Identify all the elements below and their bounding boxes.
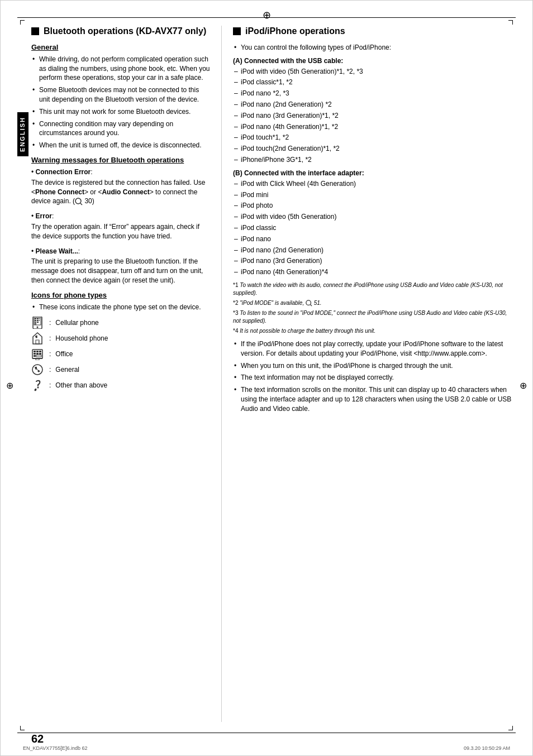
english-label: ENGLISH <box>17 112 28 156</box>
page-number: 62 <box>31 733 44 745</box>
bullet-dot-2: • <box>31 212 36 220</box>
bluetooth-section-heading: Bluetooth operations (KD-AVX77 only) <box>31 26 210 37</box>
svg-rect-18 <box>34 351 36 352</box>
svg-marker-14 <box>33 333 42 344</box>
error-title: Error <box>36 212 52 220</box>
footer-date: 09.3.20 10:50:29 AM <box>464 745 510 751</box>
iface-item-0: iPod with Click Wheel (4th Generation) <box>233 179 513 189</box>
black-square-icon <box>31 27 39 35</box>
svg-point-13 <box>37 326 39 328</box>
phone-icon-row-household: : Household phone <box>31 332 210 344</box>
svg-rect-19 <box>36 351 39 352</box>
ipod-intro-list: You can control the following types of i… <box>233 43 513 52</box>
general-bullet-4: Connecting condition may vary depending … <box>31 119 210 138</box>
icons-heading: Icons for phone types <box>31 291 210 299</box>
footnote-3: *3 To listen to the sound in "iPod MODE,… <box>233 309 513 325</box>
iface-item-3: iPod with video (5th Generation) <box>233 212 513 222</box>
ipod-intro-item: You can control the following types of i… <box>233 43 513 52</box>
left-compass-icon: ⊕ <box>6 380 13 391</box>
household-label: Household phone <box>55 334 108 342</box>
footer-info: EN_KDAVX7755[E]6.indb 62 09.3.20 10:50:2… <box>23 745 510 751</box>
iface-item-7: iPod nano (3rd Generation) <box>233 256 513 266</box>
warning-please-wait: • Please Wait...: The unit is preparing … <box>31 247 210 285</box>
warning-connection-error: • Connection Error: The device is regist… <box>31 168 210 206</box>
corner-mark-tl <box>20 20 25 25</box>
usb-item-0: iPod with video (5th Generation)*1, *2, … <box>233 67 513 76</box>
ipod-section-heading: iPod/iPhone operations <box>233 26 513 37</box>
svg-rect-4 <box>35 318 36 319</box>
iface-item-2: iPod photo <box>233 201 513 210</box>
usb-item-3: iPod nano (2nd Generation) *2 <box>233 100 513 109</box>
page: ⊕ ⊕ ⊕ ENGLISH Bluetooth operations (KD-A… <box>0 0 533 756</box>
general-icon <box>31 363 44 376</box>
svg-point-30 <box>37 386 39 388</box>
page-number-area: 62 <box>31 733 44 745</box>
usb-item-5: iPod nano (4th Generation)*1, *2 <box>233 122 513 132</box>
usb-item-7: iPod touch(2nd Generation)*1, *2 <box>233 144 513 154</box>
column-divider <box>221 26 222 722</box>
phone-icon-table: : Cellular phone <box>31 317 210 391</box>
usb-item-6: iPod touch*1, *2 <box>233 133 513 142</box>
bluetooth-title: Bluetooth operations (KD-AVX77 only) <box>44 26 206 37</box>
svg-rect-9 <box>39 320 40 321</box>
usb-heading: (A) Connected with the USB cable: <box>233 57 513 65</box>
phone-icon-row-cellular: : Cellular phone <box>31 317 210 329</box>
svg-line-1 <box>80 203 82 205</box>
office-icon <box>31 348 44 360</box>
iface-item-1: iPod mini <box>233 190 513 200</box>
phone-icon-row-office: : Office <box>31 348 210 360</box>
cellular-label: Cellular phone <box>55 319 98 327</box>
svg-line-32 <box>311 305 312 307</box>
svg-rect-6 <box>39 318 40 319</box>
svg-line-29 <box>37 369 39 370</box>
bullet-dot-3: • <box>31 247 36 255</box>
interface-heading: (B) Connected with the interface adapter… <box>233 169 513 177</box>
footer-file: EN_KDAVX7755[E]6.indb 62 <box>23 745 87 751</box>
additional-bullets: If the iPod/iPhone does not play correct… <box>233 339 513 414</box>
general-bullets: While driving, do not perform complicate… <box>31 55 210 150</box>
footnotes: *1 To watch the video with its audio, co… <box>233 281 513 335</box>
svg-rect-21 <box>34 353 36 355</box>
svg-rect-8 <box>37 320 39 321</box>
compass-icon: ⊕ <box>263 9 271 21</box>
additional-bullet-0: If the iPod/iPhone does not play correct… <box>233 339 513 358</box>
footnote-1: *1 To watch the video with its audio, co… <box>233 281 513 297</box>
household-icon <box>31 332 44 344</box>
usb-list: iPod with video (5th Generation)*1, *2, … <box>233 67 513 165</box>
general-bullet-3: This unit may not work for some Bluetoot… <box>31 107 210 117</box>
general-label: General <box>55 366 79 374</box>
usb-item-2: iPod nano *2, *3 <box>233 89 513 98</box>
svg-rect-12 <box>35 323 36 324</box>
general-heading: General <box>31 43 210 51</box>
svg-point-0 <box>75 198 81 204</box>
svg-rect-25 <box>36 355 41 357</box>
svg-point-16 <box>38 341 39 342</box>
svg-rect-24 <box>34 355 36 357</box>
warning-heading: Warning messages for Bluetooth operation… <box>31 156 210 164</box>
interface-list: iPod with Click Wheel (4th Generation) i… <box>233 179 513 277</box>
svg-rect-10 <box>35 322 36 323</box>
office-label: Office <box>55 350 73 358</box>
connection-error-text: The device is registered but the connect… <box>31 178 210 206</box>
usb-item-8: iPhone/iPhone 3G*1, *2 <box>233 155 513 165</box>
corner-mark-bl <box>20 726 25 730</box>
iface-item-5: iPod nano <box>233 235 513 244</box>
bullet-dot: • <box>31 168 36 176</box>
iface-item-6: iPod nano (2nd Generation) <box>233 246 513 255</box>
svg-rect-7 <box>35 320 36 321</box>
content-area: Bluetooth operations (KD-AVX77 only) Gen… <box>31 26 513 722</box>
phone-icon-row-other: : Other than above <box>31 379 210 391</box>
svg-rect-20 <box>39 351 41 352</box>
general-bullet-1: While driving, do not perform complicate… <box>31 55 210 83</box>
right-column: iPod/iPhone operations You can control t… <box>233 26 513 722</box>
bottom-border <box>17 733 516 733</box>
svg-rect-11 <box>37 322 39 323</box>
other-icon <box>31 379 44 391</box>
footnote-4: *4 It is not possible to charge the batt… <box>233 327 513 335</box>
left-column: Bluetooth operations (KD-AVX77 only) Gen… <box>31 26 210 722</box>
other-label: Other than above <box>55 381 107 389</box>
iface-item-8: iPod nano (4th Generation)*4 <box>233 267 513 277</box>
svg-rect-22 <box>36 353 39 355</box>
svg-rect-23 <box>39 353 41 355</box>
footnote-2: *2 "iPod MODE" is available, 51. <box>233 299 513 307</box>
